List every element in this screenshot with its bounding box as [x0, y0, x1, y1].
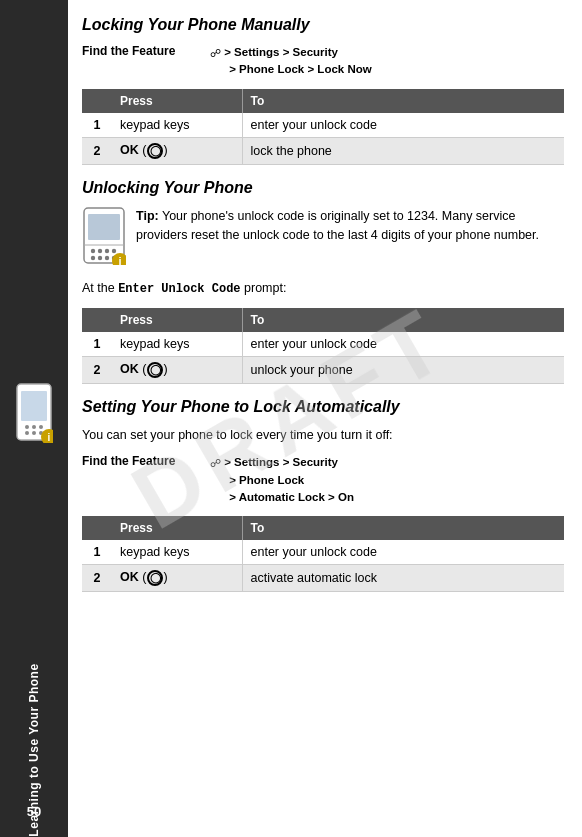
tip-body: Your phone's unlock code is originally s… [136, 209, 539, 242]
svg-point-17 [91, 255, 95, 259]
svg-text:i: i [48, 432, 51, 443]
section3-path-line2: > Phone Lock [210, 474, 304, 486]
row-press: keypad keys [112, 540, 242, 565]
section2-col-press: Press [112, 308, 242, 332]
svg-point-4 [39, 425, 43, 429]
tip-phone-icon: i [82, 207, 126, 265]
row-to: enter your unlock code [242, 113, 564, 138]
row-to: enter your unlock code [242, 540, 564, 565]
row-num: 2 [82, 137, 112, 164]
section3-intro: You can set your phone to lock every tim… [82, 426, 564, 445]
section-unlocking: Unlocking Your Phone i [82, 179, 564, 384]
svg-point-15 [105, 248, 109, 252]
phone-icon: i [15, 383, 53, 443]
section-auto-lock: Setting Your Phone to Lock Automatically… [82, 398, 564, 593]
section3-col-to: To [242, 516, 564, 540]
prompt-text: At the Enter Unlock Code prompt: [82, 279, 564, 298]
row-press: keypad keys [112, 113, 242, 138]
section1-table: Press To 1 keypad keys enter your unlock… [82, 89, 564, 165]
section1-find-feature-label: Find the Feature [82, 44, 202, 58]
svg-rect-1 [21, 391, 47, 421]
svg-text:i: i [118, 255, 121, 265]
svg-point-3 [32, 425, 36, 429]
section3-col-num [82, 516, 112, 540]
row-num: 1 [82, 113, 112, 138]
section3-path-line3: > Automatic Lock > On [210, 491, 354, 503]
section3-table: Press To 1 keypad keys enter your unlock… [82, 516, 564, 592]
section3-col-press: Press [112, 516, 242, 540]
table-row: 2 OK (◯) activate automatic lock [82, 565, 564, 592]
svg-point-14 [98, 248, 102, 252]
page-number: 50 [27, 804, 41, 819]
section3-find-feature: Find the Feature ☍ > Settings > Security… [82, 454, 564, 506]
section2-col-num [82, 308, 112, 332]
prompt-code: Enter Unlock Code [118, 282, 240, 296]
tip-icon-container: i [82, 207, 126, 265]
sidebar: i Learning to Use Your Phone 50 [0, 0, 68, 837]
section1-find-feature: Find the Feature ☍ > Settings > Security… [82, 44, 564, 79]
section1-title: Locking Your Phone Manually [82, 16, 564, 34]
section3-find-feature-label: Find the Feature [82, 454, 202, 468]
table-row: 1 keypad keys enter your unlock code [82, 113, 564, 138]
tip-text: Tip: Your phone's unlock code is origina… [136, 207, 564, 246]
row-press: OK (◯) [112, 137, 242, 164]
section1-col-num [82, 89, 112, 113]
row-num: 2 [82, 565, 112, 592]
main-content: Locking Your Phone Manually Find the Fea… [68, 0, 582, 837]
section2-title: Unlocking Your Phone [82, 179, 564, 197]
section1-path-line2: > Phone Lock > Lock Now [210, 63, 372, 75]
tip-box: i Tip: Your phone's unlock code is origi… [82, 207, 564, 265]
tip-label: Tip: [136, 209, 159, 223]
section1-path-line1: > Settings > Security [224, 46, 338, 58]
row-num: 1 [82, 540, 112, 565]
section1-find-feature-path: ☍ > Settings > Security > Phone Lock > L… [210, 44, 372, 79]
section3-title: Setting Your Phone to Lock Automatically [82, 398, 564, 416]
table-row: 1 keypad keys enter your unlock code [82, 540, 564, 565]
svg-point-2 [25, 425, 29, 429]
svg-point-13 [91, 248, 95, 252]
table-row: 2 OK (◯) unlock your phone [82, 356, 564, 383]
row-press: OK (◯) [112, 356, 242, 383]
menu-icon2: ☍ [210, 457, 221, 469]
table-row: 2 OK (◯) lock the phone [82, 137, 564, 164]
row-num: 1 [82, 332, 112, 357]
section1-col-press: Press [112, 89, 242, 113]
svg-rect-11 [88, 214, 120, 240]
row-press: OK (◯) [112, 565, 242, 592]
row-to: unlock your phone [242, 356, 564, 383]
menu-icon: ☍ [210, 47, 221, 59]
svg-point-5 [25, 431, 29, 435]
row-to: enter your unlock code [242, 332, 564, 357]
row-press: keypad keys [112, 332, 242, 357]
row-to: activate automatic lock [242, 565, 564, 592]
section3-find-feature-path: ☍ > Settings > Security > Phone Lock > A… [210, 454, 354, 506]
svg-point-19 [105, 255, 109, 259]
section1-col-to: To [242, 89, 564, 113]
section3-path-line1: > Settings > Security [224, 456, 338, 468]
section-locking-manually: Locking Your Phone Manually Find the Fea… [82, 16, 564, 165]
row-to: lock the phone [242, 137, 564, 164]
section2-col-to: To [242, 308, 564, 332]
row-num: 2 [82, 356, 112, 383]
table-row: 1 keypad keys enter your unlock code [82, 332, 564, 357]
section2-table: Press To 1 keypad keys enter your unlock… [82, 308, 564, 384]
svg-point-6 [32, 431, 36, 435]
svg-point-16 [112, 248, 116, 252]
svg-point-18 [98, 255, 102, 259]
